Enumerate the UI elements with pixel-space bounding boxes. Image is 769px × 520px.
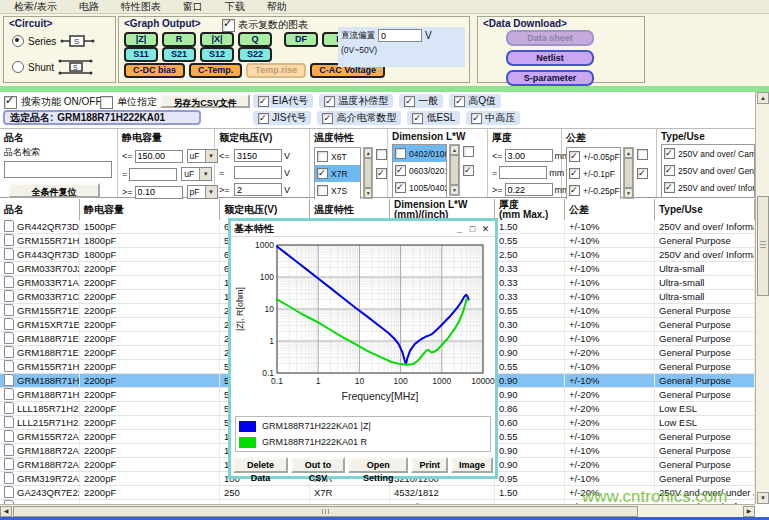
list-scrollbar[interactable]: ▲▼ bbox=[449, 144, 460, 196]
select-all-checkbox[interactable] bbox=[463, 165, 474, 176]
graph-param-button-z[interactable]: |Z| bbox=[124, 32, 158, 47]
column-header-1[interactable]: 静电容量 bbox=[80, 199, 220, 220]
radio-icon[interactable] bbox=[12, 35, 24, 47]
close-icon[interactable]: ✕ bbox=[479, 224, 492, 234]
checkbox-icon[interactable] bbox=[404, 96, 415, 107]
sparam-button-s11[interactable]: S11 bbox=[124, 47, 158, 62]
filter-chip-jis[interactable]: JIS代号 bbox=[253, 111, 311, 125]
checkbox-icon[interactable] bbox=[317, 168, 328, 179]
list-item-x6t[interactable]: X6T bbox=[315, 148, 360, 165]
filter-chip-q[interactable]: 高Q值 bbox=[449, 94, 501, 108]
list-item-x7r[interactable]: X7R bbox=[315, 165, 360, 182]
checkbox-icon[interactable] bbox=[317, 151, 328, 162]
list-item-250v-and-over-general[interactable]: 250V and over/ General bbox=[662, 162, 754, 179]
graph-param-button-df[interactable]: DF bbox=[284, 32, 318, 47]
list-item-0603-0201[interactable]: 0603/0201 bbox=[393, 162, 446, 179]
scroll-down-icon[interactable]: ▼ bbox=[450, 185, 459, 195]
chevron-down-icon[interactable]: ▼ bbox=[199, 168, 211, 180]
checkbox-icon[interactable] bbox=[317, 185, 328, 196]
checkbox-icon[interactable] bbox=[395, 148, 406, 159]
filter-chip-eia[interactable]: EIA代号 bbox=[253, 94, 313, 108]
deselect-all-checkbox[interactable] bbox=[637, 149, 648, 160]
menu-item-x[interactable]: 窗口 bbox=[183, 0, 203, 14]
list-item-x7s[interactable]: X7S bbox=[315, 182, 360, 199]
checkbox-icon[interactable] bbox=[471, 113, 482, 124]
sparam-button-s21[interactable]: S21 bbox=[162, 47, 196, 62]
part-name-search-input[interactable] bbox=[4, 161, 112, 178]
filter-value-input[interactable] bbox=[234, 149, 282, 162]
download-button-s-parameter[interactable]: S-parameter bbox=[506, 70, 594, 86]
checkbox-icon[interactable] bbox=[664, 148, 675, 159]
filter-chip-x[interactable]: 中高压 bbox=[466, 111, 520, 125]
filter-chip-x[interactable]: 高介电常数型 bbox=[317, 111, 401, 125]
scroll-up-icon[interactable]: ▲ bbox=[450, 145, 459, 155]
checkbox-icon[interactable] bbox=[569, 151, 580, 162]
graph-param-button-r[interactable]: R bbox=[162, 32, 196, 47]
scroll-up-icon[interactable]: ▲ bbox=[624, 148, 633, 158]
scroll-thumb[interactable] bbox=[757, 196, 769, 296]
search-toggle[interactable]: 搜索功能 ON/OFF bbox=[4, 95, 102, 109]
filter-chip-esl[interactable]: 低ESL bbox=[407, 111, 460, 125]
scroll-left-icon[interactable]: ◀ bbox=[0, 506, 12, 517]
show-graphs-toggle[interactable]: 表示复数的图表 bbox=[222, 18, 308, 32]
download-button-netlist[interactable]: Netlist bbox=[506, 50, 594, 66]
radio-icon[interactable] bbox=[12, 61, 24, 73]
checkbox-icon[interactable] bbox=[324, 96, 335, 107]
scroll-up-icon[interactable]: ▲ bbox=[757, 92, 769, 104]
sparam-button-s22[interactable]: S22 bbox=[238, 47, 272, 62]
vertical-scrollbar[interactable]: ▲ ▼ bbox=[755, 92, 769, 504]
deselect-all-checkbox[interactable] bbox=[463, 146, 474, 157]
scroll-down-icon[interactable]: ▼ bbox=[624, 188, 633, 198]
column-header-5[interactable]: 厚度 (mm Max.) bbox=[495, 199, 565, 220]
filter-value-input[interactable] bbox=[234, 166, 282, 179]
column-header-2[interactable]: 额定电压(V) bbox=[220, 199, 310, 220]
list-item-0-1pf[interactable]: +/-0.1pF bbox=[567, 165, 620, 182]
column-header-0[interactable]: 品名 bbox=[0, 199, 80, 220]
column-header-6[interactable]: 公差 bbox=[565, 199, 655, 220]
scroll-thumb[interactable] bbox=[364, 158, 372, 188]
popup-title-bar[interactable]: 基本特性 _ □ ✕ bbox=[231, 221, 495, 237]
scroll-thumb[interactable] bbox=[13, 506, 638, 517]
list-item-0-05pf[interactable]: +/-0.05pF bbox=[567, 148, 620, 165]
scroll-right-icon[interactable]: ▶ bbox=[743, 506, 755, 517]
column-header-3[interactable]: 温度特性 bbox=[310, 199, 390, 220]
checkbox-icon[interactable] bbox=[100, 96, 113, 109]
maximize-icon[interactable]: □ bbox=[466, 224, 479, 234]
checkbox-icon[interactable] bbox=[412, 113, 423, 124]
checkbox-icon[interactable] bbox=[4, 96, 17, 109]
checkbox-icon[interactable] bbox=[569, 168, 580, 179]
checkbox-icon[interactable] bbox=[664, 165, 675, 176]
list-item-250v-and-over-informat[interactable]: 250V and over/ Informat bbox=[662, 179, 754, 196]
select-all-checkbox[interactable] bbox=[637, 168, 648, 179]
scroll-down-icon[interactable]: ▼ bbox=[757, 492, 769, 504]
list-item-250v-and-over-camera[interactable]: 250V and over/ Camera bbox=[662, 145, 754, 162]
checkbox-icon[interactable] bbox=[322, 113, 333, 124]
popup-button-print[interactable]: Print bbox=[411, 457, 448, 473]
action-button-c-temp[interactable]: C-Temp. bbox=[189, 63, 242, 78]
column-header-4[interactable]: Dimension L*W (mm)/(inch) bbox=[390, 199, 495, 220]
action-button-c-dc-bias[interactable]: C-DC bias bbox=[124, 63, 185, 78]
reset-all-conditions-button[interactable]: 全条件复位 bbox=[8, 183, 100, 198]
filter-chip-x[interactable]: 温度补偿型 bbox=[319, 94, 393, 108]
filter-value-input[interactable] bbox=[505, 149, 553, 162]
unit-spec-toggle[interactable]: 单位指定 bbox=[100, 95, 157, 109]
save-csv-button[interactable]: 另存为CSV文件 bbox=[160, 94, 250, 108]
column-header-7[interactable]: Type/Use bbox=[655, 199, 755, 220]
checkbox-icon[interactable] bbox=[569, 185, 580, 196]
popup-button-open-setting[interactable]: Open Setting bbox=[348, 457, 409, 473]
list-item-0402-01005[interactable]: 0402/01005 bbox=[393, 145, 446, 162]
menu-item-x[interactable]: 特性图表 bbox=[121, 0, 161, 14]
filter-value-input[interactable] bbox=[234, 183, 282, 196]
sparam-button-s12[interactable]: S12 bbox=[200, 47, 234, 62]
menu-item-x[interactable]: 电路 bbox=[79, 0, 99, 14]
graph-param-button-x[interactable]: |X| bbox=[200, 32, 234, 47]
filter-value-input[interactable] bbox=[135, 150, 183, 163]
list-scrollbar[interactable]: ▲▼ bbox=[363, 147, 373, 199]
scroll-down-icon[interactable]: ▼ bbox=[364, 188, 372, 198]
minimize-icon[interactable]: _ bbox=[453, 224, 466, 234]
popup-button-out-to-csv[interactable]: Out to CSV bbox=[291, 457, 345, 473]
list-scrollbar[interactable]: ▲▼ bbox=[623, 147, 634, 199]
menu-item-x[interactable]: 帮助 bbox=[267, 0, 287, 14]
filter-value-input[interactable] bbox=[505, 183, 553, 196]
filter-value-input[interactable] bbox=[135, 186, 183, 199]
